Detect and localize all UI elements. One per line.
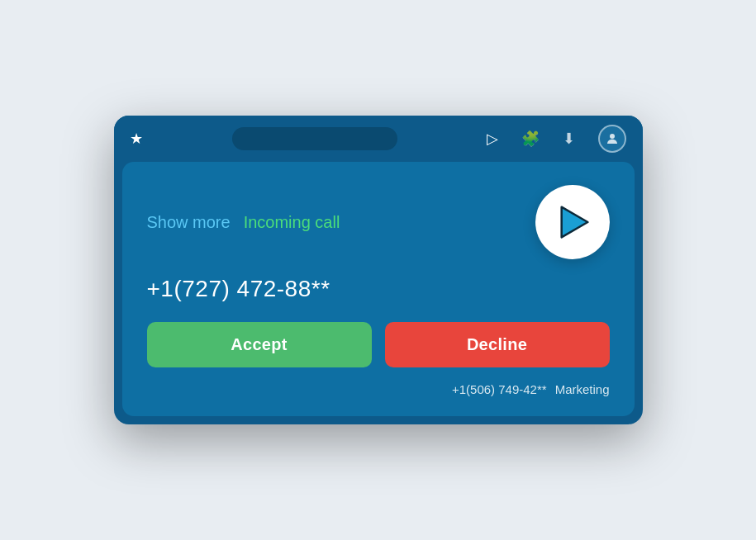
puzzle-icon[interactable]: 🧩	[521, 130, 540, 148]
footer-phone: +1(506) 749-42**	[452, 382, 547, 396]
show-more-link[interactable]: Show more	[147, 213, 231, 232]
incoming-call-label: Incoming call	[244, 213, 340, 232]
footer-info: +1(506) 749-42** Marketing	[147, 382, 610, 396]
decline-button[interactable]: Decline	[385, 322, 610, 367]
accept-button[interactable]: Accept	[147, 322, 372, 367]
star-icon[interactable]: ★	[130, 130, 143, 148]
header-labels: Show more Incoming call	[147, 213, 340, 232]
svg-point-0	[610, 134, 615, 139]
card-header: Show more Incoming call	[147, 185, 610, 259]
avatar-icon[interactable]	[598, 125, 626, 153]
footer-tag: Marketing	[555, 382, 610, 396]
call-card: Show more Incoming call +1(727) 472-88**…	[122, 162, 635, 416]
address-bar[interactable]	[232, 127, 397, 150]
play-button[interactable]	[535, 185, 610, 259]
svg-marker-1	[561, 207, 587, 238]
action-buttons: Accept Decline	[147, 322, 610, 367]
download-icon[interactable]: ⬇	[563, 130, 575, 148]
browser-toolbar: ★ ▷ 🧩 ⬇	[114, 116, 643, 162]
play-nav-icon[interactable]: ▷	[487, 130, 498, 148]
browser-window: ★ ▷ 🧩 ⬇ Show more Incoming call +1(727) …	[114, 116, 643, 424]
caller-phone-number: +1(727) 472-88**	[147, 276, 610, 302]
